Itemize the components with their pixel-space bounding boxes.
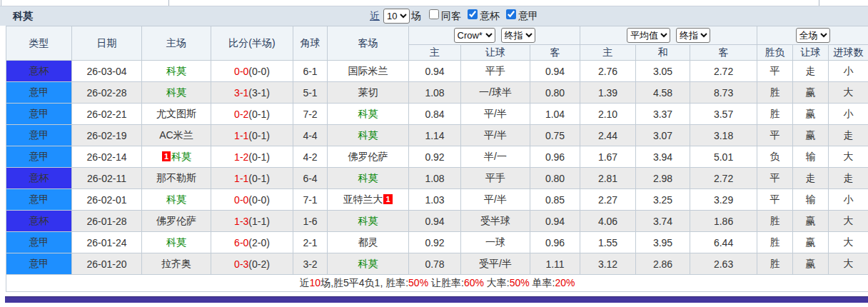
euro-home-odds: 3.12 xyxy=(580,253,636,275)
match-row: 意杯26-02-11那不勒斯1-1(0-1)6-4科莫1.08平手0.802.8… xyxy=(6,168,868,189)
result-wdl-cell: 平 xyxy=(757,189,793,211)
result-handicap-cell: 赢 xyxy=(793,253,829,275)
league-cell: 意甲 xyxy=(6,125,72,146)
date-cell: 26-03-04 xyxy=(72,61,142,82)
corner-cell: 5-1 xyxy=(293,82,328,104)
crown-away-odds: 0.94 xyxy=(530,211,580,232)
home-team-cell: 科莫 xyxy=(142,61,211,82)
euro-draw-odds: 3.94 xyxy=(636,146,690,168)
corner-cell: 6-4 xyxy=(293,168,328,189)
fulltime-score: 1-3 xyxy=(234,216,248,227)
col-header-corner: 角球 xyxy=(293,26,328,61)
recent-link[interactable]: 近 xyxy=(370,10,380,23)
league-cell: 意甲 xyxy=(6,104,72,125)
match-row: 意甲26-02-28科莫3-1(3-1)5-1莱切1.08一/球半0.801.3… xyxy=(6,82,868,104)
same-away-checkbox[interactable] xyxy=(429,9,439,19)
crown-home-odds: 0.94 xyxy=(409,61,461,82)
league-cell: 意甲 xyxy=(6,146,72,168)
col-header-euro-away: 客 xyxy=(690,45,757,61)
col-header-result-handicap: 让球 xyxy=(793,45,829,61)
result-goals-cell: 走 xyxy=(829,168,868,189)
euro-average-select[interactable]: 平均值 xyxy=(627,28,670,43)
crown-stage-select[interactable]: 终指 xyxy=(501,28,535,43)
handicap-cell: 受半球 xyxy=(461,211,530,232)
handicap-cell: 平/半 xyxy=(461,125,530,146)
match-row: 意甲26-02-141科莫1-2(0-1)4-2佛罗伦萨0.92半/一0.961… xyxy=(6,146,868,168)
home-team-cell: 拉齐奥 xyxy=(142,253,211,275)
home-team-cell: 科莫 xyxy=(142,82,211,104)
result-wdl-cell: 胜 xyxy=(757,104,793,125)
league-cell: 意杯 xyxy=(6,61,72,82)
away-team-cell: 科莫 xyxy=(328,104,409,125)
result-goals-cell: 大 xyxy=(829,211,868,232)
away-team-cell: 国际米兰 xyxy=(328,61,409,82)
crown-home-odds: 1.14 xyxy=(409,125,461,146)
result-wdl-cell: 平 xyxy=(757,61,793,82)
summary-stat-value: 20% xyxy=(555,277,575,288)
corner-cell: 1-6 xyxy=(293,211,328,232)
summary-stat-value: 60% xyxy=(464,277,484,288)
team-name: 科莫 xyxy=(358,108,378,119)
euro-away-odds: 3.57 xyxy=(690,104,757,125)
summary-stat-value: 50% xyxy=(510,277,530,288)
euro-home-odds: 2.76 xyxy=(580,61,636,82)
bottom-bar xyxy=(5,296,868,303)
red-card-badge: 1 xyxy=(383,194,392,204)
crown-home-odds: 1.08 xyxy=(409,168,461,189)
divider-tick xyxy=(1,0,1,6)
match-row: 意杯26-03-04科莫0-0(0-0)6-1国际米兰0.94平手0.942.7… xyxy=(6,61,868,82)
filter-controls: 近 10 场 同客 意杯 意甲 xyxy=(370,6,538,26)
handicap-cell: 平手 xyxy=(461,168,530,189)
halftime-score: (0-0) xyxy=(248,66,270,77)
date-cell: 26-02-28 xyxy=(72,82,142,104)
result-goals-cell: 小 xyxy=(829,104,868,125)
handicap-cell: 一球 xyxy=(461,232,530,253)
team-name: 佛罗伦萨 xyxy=(348,151,388,162)
match-row: 意甲26-02-01科莫0-0(0-0)7-1亚特兰大11.03平/半0.852… xyxy=(6,189,868,211)
euro-stage-select[interactable]: 终指 xyxy=(676,28,710,43)
date-cell: 26-01-28 xyxy=(72,211,142,232)
crown-away-odds: 1.11 xyxy=(530,253,580,275)
handicap-cell: 半/一 xyxy=(461,146,530,168)
handicap-cell: 平/半 xyxy=(461,104,530,125)
euro-draw-odds: 4.58 xyxy=(636,82,690,104)
league-cell: 意甲 xyxy=(6,189,72,211)
match-count-select[interactable]: 10 xyxy=(383,9,410,24)
bookmaker-select[interactable]: Crow* xyxy=(454,28,495,43)
col-header-euro-home: 主 xyxy=(580,45,636,61)
italy-cup-checkbox[interactable] xyxy=(468,9,478,19)
halftime-score: (0-1) xyxy=(248,173,270,184)
euro-away-odds: 3.29 xyxy=(690,189,757,211)
team-name: 科莫 xyxy=(166,236,186,248)
halftime-score: (0-1) xyxy=(248,151,270,163)
result-handicap-cell: 赢 xyxy=(793,125,829,146)
result-handicap-cell: 赢 xyxy=(793,211,829,232)
team-name: AC米兰 xyxy=(159,129,193,141)
result-goals-cell: 大 xyxy=(829,82,868,104)
corner-cell: 2-1 xyxy=(293,232,328,253)
team-name: 尤文图斯 xyxy=(156,108,196,119)
league-cell: 意杯 xyxy=(6,168,72,189)
scope-select[interactable]: 全场 xyxy=(796,28,830,43)
score-cell: 3-1(3-1) xyxy=(211,82,293,104)
col-header-score: 比分(半场) xyxy=(211,26,293,61)
match-row: 意甲26-01-24科莫6-0(2-0)2-1都灵0.92一球0.961.553… xyxy=(6,232,868,253)
euro-odds-group-header: 平均值 终指 xyxy=(580,26,757,45)
halftime-score: (0-2) xyxy=(248,258,270,270)
handicap-cell: 受平/半 xyxy=(461,253,530,275)
euro-away-odds: 5.01 xyxy=(690,146,757,168)
serie-a-checkbox[interactable] xyxy=(506,9,516,19)
match-row: 意甲26-02-21尤文图斯0-2(0-1)7-2科莫0.84平/半1.042.… xyxy=(6,104,868,125)
euro-home-odds: 2.44 xyxy=(580,125,636,146)
euro-draw-odds: 3.95 xyxy=(636,232,690,253)
italy-cup-label: 意杯 xyxy=(480,10,500,21)
euro-home-odds: 1.39 xyxy=(580,82,636,104)
euro-draw-odds: 3.05 xyxy=(636,61,690,82)
date-cell: 26-02-19 xyxy=(72,125,142,146)
euro-draw-odds: 3.74 xyxy=(636,211,690,232)
col-header-type: 类型 xyxy=(6,26,72,61)
result-group-header: 全场 xyxy=(757,26,868,45)
result-goals-cell: 走 xyxy=(829,125,868,146)
result-goals-cell: 小 xyxy=(829,189,868,211)
col-header-date: 日期 xyxy=(72,26,142,61)
